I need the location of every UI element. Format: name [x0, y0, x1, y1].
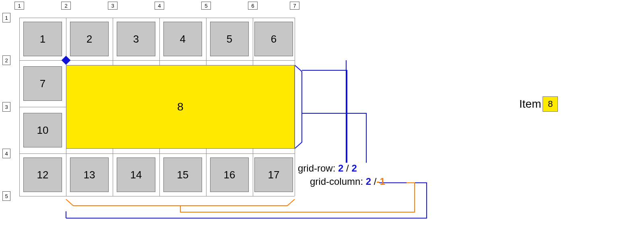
chevron-down-icon: [108, 10, 118, 13]
row-line-marker: 3: [2, 102, 14, 112]
col-line-number: 4: [155, 2, 164, 10]
grid-item: 15: [163, 157, 202, 192]
col-line-number: 6: [248, 2, 258, 10]
diagram-stage: Item 8 123456712345123456710121314151617…: [0, 0, 644, 231]
legend-swatch: 8: [543, 96, 558, 112]
col-line-marker: 6: [248, 2, 258, 14]
chevron-down-icon: [248, 10, 258, 13]
grid-item-label: 8: [177, 100, 184, 113]
grid-item-label: 13: [84, 169, 95, 181]
chevron-right-icon: [10, 191, 14, 201]
grid-row-line: [19, 196, 295, 196]
grid-item-label: 3: [133, 33, 139, 45]
row-line-number: 5: [2, 191, 10, 201]
chevron-right-icon: [10, 149, 14, 158]
grid-item: 1: [23, 22, 62, 56]
col-line-marker: 2: [61, 2, 71, 14]
grid-row-line: [19, 60, 295, 61]
grid-row-line: [19, 18, 295, 18]
css-value-start: 2: [338, 163, 343, 174]
row-line-marker: 1: [2, 13, 14, 22]
grid-item-label: 17: [268, 169, 280, 181]
grid-item-label: 7: [40, 78, 45, 90]
col-line-number: 5: [201, 2, 211, 10]
grid-item: 7: [23, 66, 62, 101]
grid-item: 6: [254, 22, 293, 56]
grid-item: 14: [117, 157, 155, 192]
col-line-marker: 5: [201, 2, 211, 14]
annotation-grid-column: grid-column: 2 /-1: [310, 176, 385, 187]
row-line-marker: 2: [2, 55, 14, 65]
grid-item: 10: [23, 113, 62, 147]
grid-item-label: 10: [37, 124, 49, 137]
col-line-marker: 3: [108, 2, 118, 14]
grid-item: 17: [254, 157, 293, 192]
row-line-marker: 5: [2, 191, 14, 201]
grid-col-line: [295, 18, 295, 196]
grid-item-label: 14: [130, 169, 142, 181]
css-prop-name: grid-column:: [310, 176, 366, 187]
grid-row-line: [19, 153, 295, 154]
grid-item: 13: [70, 157, 109, 192]
chevron-down-icon: [61, 10, 71, 13]
chevron-down-icon: [201, 10, 211, 13]
col-line-number: 7: [290, 2, 299, 10]
col-line-marker: 1: [14, 2, 24, 14]
grid-item-label: 1: [40, 33, 45, 45]
col-line-number: 3: [108, 2, 118, 10]
css-value-end: 2: [351, 163, 357, 174]
chevron-down-icon: [155, 10, 164, 13]
chevron-down-icon: [14, 10, 24, 13]
grid-item-label: 12: [37, 169, 49, 181]
grid-item-label: 4: [180, 33, 186, 45]
grid-item: 3: [117, 22, 155, 56]
grid-item-highlight: 8: [66, 65, 295, 149]
legend-swatch-label: 8: [548, 99, 553, 109]
grid-item-label: 15: [177, 169, 189, 181]
grid-item: 2: [70, 22, 109, 56]
annotation-grid-row: grid-row: 2 / 2: [298, 163, 357, 174]
grid-item: 5: [210, 22, 249, 56]
row-line-number: 2: [2, 55, 10, 65]
chevron-right-icon: [10, 13, 14, 22]
chevron-right-icon: [10, 102, 14, 112]
grid-item-label: 16: [224, 169, 235, 181]
css-value-start: 2: [366, 176, 371, 187]
grid-item-label: 6: [271, 33, 277, 45]
col-line-number: 1: [14, 2, 24, 10]
grid-col-line: [19, 18, 20, 196]
legend: Item 8: [519, 96, 558, 112]
grid-item: 16: [210, 157, 249, 192]
css-prop-name: grid-row:: [298, 163, 338, 174]
legend-text: Item: [519, 98, 541, 110]
row-line-number: 3: [2, 102, 10, 112]
grid-item: 4: [163, 22, 202, 56]
row-line-number: 4: [2, 149, 10, 158]
col-line-marker: 4: [155, 2, 164, 14]
chevron-right-icon: [10, 55, 14, 65]
grid-item-label: 2: [87, 33, 92, 45]
row-line-marker: 4: [2, 149, 14, 158]
chevron-down-icon: [290, 10, 299, 13]
grid-item: 12: [23, 157, 62, 192]
grid-origin-diamond-icon: [62, 56, 71, 65]
col-line-number: 2: [61, 2, 71, 10]
css-value-end: -1: [376, 176, 385, 187]
row-line-number: 1: [2, 13, 10, 22]
col-line-marker: 7: [290, 2, 299, 14]
grid-item-label: 5: [227, 33, 232, 45]
